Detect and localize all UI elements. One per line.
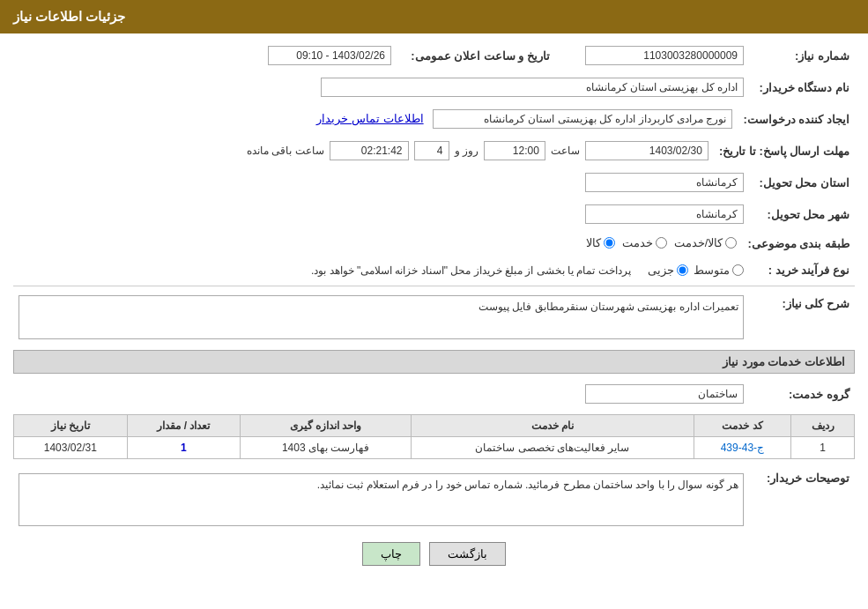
services-table: ردیف کد خدمت نام خدمت واحد اندازه گیری ت… xyxy=(13,414,855,459)
category-kala-option[interactable]: کالا xyxy=(586,236,615,249)
process-jozi-radio[interactable] xyxy=(677,264,688,276)
col-header-name: نام خدمت xyxy=(412,415,694,437)
deadline-label: مهلت ارسال پاسخ: تا تاریخ: xyxy=(714,137,855,164)
page-header: جزئیات اطلاعات نیاز xyxy=(0,0,868,33)
col-header-code: کد خدمت xyxy=(694,415,791,437)
creator-label: ایجاد کننده درخواست: xyxy=(738,106,855,132)
creator-value: نورج مرادی کاربرداز اداره کل بهزیستی است… xyxy=(433,109,732,129)
need-desc-value: تعمیرات اداره بهزیستی شهرستان سنقرمطابق … xyxy=(19,295,744,339)
deadline-remaining-label: ساعت باقی مانده xyxy=(247,145,324,157)
province-label: استان محل تحویل: xyxy=(749,169,855,196)
city-value: کرمانشاه xyxy=(585,204,744,224)
service-group-label: گروه خدمت: xyxy=(749,381,855,407)
need-number-label: شماره نیاز: xyxy=(749,42,855,69)
deadline-remaining: 02:21:42 xyxy=(330,141,409,160)
cell-name: سایر فعالیت‌های تخصصی ساختمان xyxy=(412,437,694,459)
contact-link[interactable]: اطلاعات تماس خریدار xyxy=(316,112,423,125)
cell-row: 1 xyxy=(791,437,855,459)
category-kala-radio[interactable] xyxy=(604,237,615,249)
category-kala-khadamat-option[interactable]: کالا/خدمت xyxy=(674,236,738,249)
announce-label: تاریخ و ساعت اعلان عمومی: xyxy=(397,42,555,69)
deadline-days: 4 xyxy=(414,141,449,160)
process-note: پرداخت تمام یا بخشی از مبلغ خریداز محل "… xyxy=(311,264,631,277)
category-kala-label: کالا xyxy=(586,236,601,249)
category-label: طبقه بندی موضوعی: xyxy=(742,233,855,255)
services-section-title: اطلاعات خدمات مورد نیاز xyxy=(13,350,855,374)
process-motavasset-radio[interactable] xyxy=(732,264,744,276)
city-label: شهر محل تحویل: xyxy=(749,201,855,227)
province-value: کرمانشاه xyxy=(585,173,744,192)
table-row: 1 ج-43-439 سایر فعالیت‌های تخصصی ساختمان… xyxy=(14,437,855,459)
category-khadamat-option[interactable]: خدمت xyxy=(622,236,667,249)
category-khadamat-radio[interactable] xyxy=(656,237,667,249)
deadline-day-label: روز و xyxy=(455,145,479,157)
buyer-note-label: توصیحات خریدار: xyxy=(749,466,855,530)
service-group-value: ساختمان xyxy=(585,384,744,404)
action-buttons: بازگشت چاپ xyxy=(13,542,855,566)
need-number-value: 1103003280000009 xyxy=(585,46,744,65)
announce-value: 1403/02/26 - 09:10 xyxy=(268,46,391,65)
cell-date: 1403/02/31 xyxy=(14,437,128,459)
deadline-time-label: ساعت xyxy=(551,145,580,157)
need-desc-label: شرح کلی نیاز: xyxy=(749,292,855,343)
category-khadamat-label: خدمت xyxy=(622,236,653,249)
org-name-label: نام دستگاه خریدار: xyxy=(749,74,855,100)
deadline-time: 12:00 xyxy=(484,141,545,160)
process-jozi-label: جزیی xyxy=(648,264,674,277)
org-name-value: اداره کل بهزیستی استان کرمانشاه xyxy=(321,78,744,97)
category-kala-khadamat-radio[interactable] xyxy=(725,237,737,249)
print-button[interactable]: چاپ xyxy=(362,542,420,566)
process-label: نوع فرآیند خرید : xyxy=(749,260,855,280)
col-header-qty: تعداد / مقدار xyxy=(127,415,240,437)
buyer-note-value: هر گونه سوال را با واحد ساختمان مطرح فرم… xyxy=(19,473,744,526)
col-header-date: تاریخ نیاز xyxy=(14,415,128,437)
cell-unit: فهارست بهای 1403 xyxy=(241,437,412,459)
page-title: جزئیات اطلاعات نیاز xyxy=(13,9,125,24)
col-header-unit: واحد اندازه گیری xyxy=(241,415,412,437)
process-jozi-option[interactable]: جزیی xyxy=(648,264,688,277)
cell-code: ج-43-439 xyxy=(694,437,791,459)
cell-qty: 1 xyxy=(127,437,240,459)
deadline-date: 1403/02/30 xyxy=(585,141,708,160)
col-header-row: ردیف xyxy=(791,415,855,437)
process-motavasset-option[interactable]: متوسط xyxy=(694,264,744,277)
back-button[interactable]: بازگشت xyxy=(429,542,506,566)
process-motavasset-label: متوسط xyxy=(694,264,730,277)
category-kala-khadamat-label: کالا/خدمت xyxy=(674,236,723,249)
